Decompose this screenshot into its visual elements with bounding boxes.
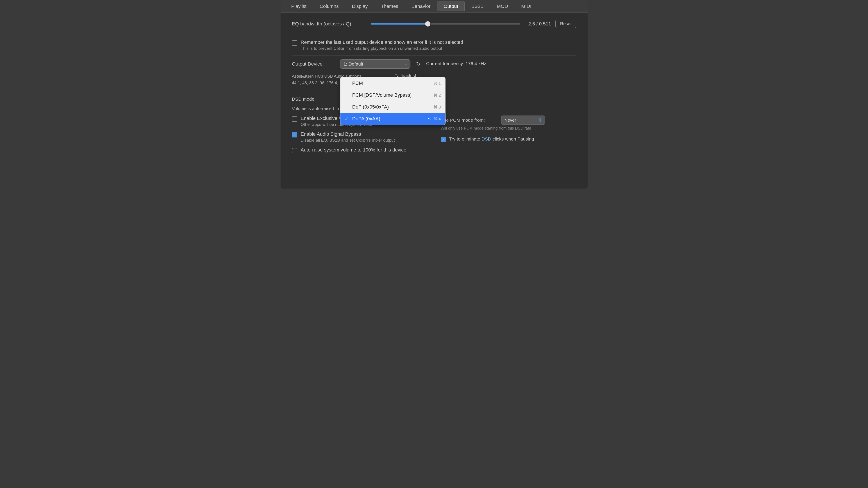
pcm-mode-row: Use PCM mode from: Never ⇅ — [441, 116, 576, 125]
output-device-label: Output Device: — [292, 61, 336, 67]
try-label-suffix: clicks when Pausing — [491, 136, 534, 141]
pcm-bypass-label: PCM [DSP/Volume Bypass] — [352, 92, 411, 98]
dopa-label: DoPA (0xAA) — [352, 116, 380, 122]
divider-2 — [292, 55, 576, 56]
pcm-shortcut: ⌘ 1 — [433, 81, 441, 86]
auto-raise-row: Auto-raise system volume to 100% for thi… — [292, 147, 428, 153]
pcm-mode-value: Never — [504, 118, 516, 123]
tab-display[interactable]: Display — [345, 1, 374, 11]
pcm-mode-label: Use PCM mode from: — [441, 118, 498, 123]
audio-bypass-checkbox[interactable] — [292, 132, 297, 137]
pcm-bypass-shortcut: ⌘ 2 — [433, 93, 441, 98]
eq-label: EQ bandwidth (octaves / Q) — [292, 21, 367, 27]
tab-playlist[interactable]: Playlist — [285, 1, 313, 11]
dropdown-item-dopa[interactable]: ✓ DoPA (0xAA) ↖ ⌘ 4 — [340, 113, 445, 125]
dop-label: DoP (0x05/0xFA) — [352, 104, 389, 110]
eq-slider-container — [371, 23, 521, 25]
auto-raise-label: Auto-raise system volume to 100% for thi… — [301, 147, 406, 153]
tab-columns[interactable]: Columns — [313, 1, 345, 11]
pcm-label: PCM — [352, 80, 363, 86]
audio-bypass-text: Enable Audio Signal Bypass Disable all E… — [301, 131, 395, 143]
try-eliminate-row: Try to eliminate DSD clicks when Pausing — [441, 136, 576, 142]
output-device-row: Output Device: 1: Default ⇅ ↻ Current fr… — [292, 59, 576, 69]
dropdown-item-pcm-bypass[interactable]: PCM [DSP/Volume Bypass] ⌘ 2 — [340, 89, 445, 101]
pcm-mode-sublabel: Will only use PCM mode starting from thi… — [441, 126, 576, 131]
cursor-icon: ↖ — [428, 116, 432, 122]
try-label-dsd: DSD — [482, 136, 491, 141]
divider-1 — [292, 34, 576, 34]
dsd-dropdown-menu: PCM ⌘ 1 PCM [DSP/Volume Bypass] ⌘ 2 DoP … — [340, 77, 445, 125]
dsd-mode-label: DSD mode — [292, 95, 336, 102]
eq-section: EQ bandwidth (octaves / Q) 2.5 / 0.511 R… — [292, 20, 576, 28]
tab-themes[interactable]: Themes — [374, 1, 404, 11]
tab-behavior[interactable]: Behavior — [405, 1, 437, 11]
eq-slider-thumb[interactable] — [425, 21, 430, 27]
tab-bar: Playlist Columns Display Themes Behavior… — [281, 0, 588, 13]
content-area: EQ bandwidth (octaves / Q) 2.5 / 0.511 R… — [281, 13, 588, 165]
exclusive-hog-checkbox[interactable] — [292, 117, 297, 122]
remember-device-label: Remember the last used output device and… — [301, 39, 463, 45]
audio-bypass-row: Enable Audio Signal Bypass Disable all E… — [292, 131, 428, 143]
output-device-select[interactable]: 1: Default ⇅ — [340, 59, 410, 69]
eq-slider-fill — [371, 23, 428, 25]
frequency-text: Current frequency: 176.4 kHz — [426, 61, 509, 67]
pcm-select-arrow-icon: ⇅ — [538, 118, 542, 123]
auto-raise-checkbox[interactable] — [292, 148, 297, 153]
eq-value: 2.5 / 0.511 — [525, 21, 551, 27]
audio-bypass-sublabel: Disable all EQ, BS2B and set Colibri's m… — [301, 138, 395, 143]
dopa-checkmark: ✓ — [345, 116, 350, 122]
audio-bypass-label: Enable Audio Signal Bypass — [301, 131, 395, 137]
tab-bs2b[interactable]: BS2B — [465, 1, 490, 11]
dropdown-item-dop[interactable]: DoP (0x05/0xFA) ⌘ 3 — [340, 101, 445, 113]
try-label-prefix: Try to eliminate — [449, 136, 482, 141]
tab-midi[interactable]: MIDI — [515, 1, 538, 11]
eq-slider-track[interactable] — [371, 23, 521, 25]
dop-shortcut: ⌘ 3 — [433, 104, 441, 109]
try-eliminate-label: Try to eliminate DSD clicks when Pausing — [449, 136, 534, 142]
pcm-mode-select[interactable]: Never ⇅ — [501, 116, 545, 125]
remember-device-sublabel: This is to prevent Colibri from starting… — [301, 46, 463, 51]
remember-device-row: Remember the last used output device and… — [292, 39, 576, 51]
remember-device-text: Remember the last used output device and… — [301, 39, 463, 51]
refresh-button[interactable]: ↻ — [415, 60, 422, 68]
bottom-right: Use PCM mode from: Never ⇅ Will only use… — [441, 116, 576, 158]
tab-mod[interactable]: MOD — [491, 1, 515, 11]
output-device-value: 1: Default — [343, 61, 363, 67]
select-arrow-icon: ⇅ — [404, 62, 407, 66]
remember-device-checkbox[interactable] — [292, 40, 297, 45]
tab-output[interactable]: Output — [437, 1, 464, 11]
try-eliminate-checkbox[interactable] — [441, 137, 446, 142]
reset-button[interactable]: Reset — [555, 20, 576, 28]
dropdown-item-pcm[interactable]: PCM ⌘ 1 — [340, 77, 445, 89]
settings-window: Playlist Columns Display Themes Behavior… — [281, 0, 588, 189]
dopa-shortcut: ⌘ 4 — [433, 117, 441, 122]
dsd-mode-row: DSD mode PCM ⌘ 1 PCM [DSP/Volume Bypass]… — [292, 95, 576, 102]
